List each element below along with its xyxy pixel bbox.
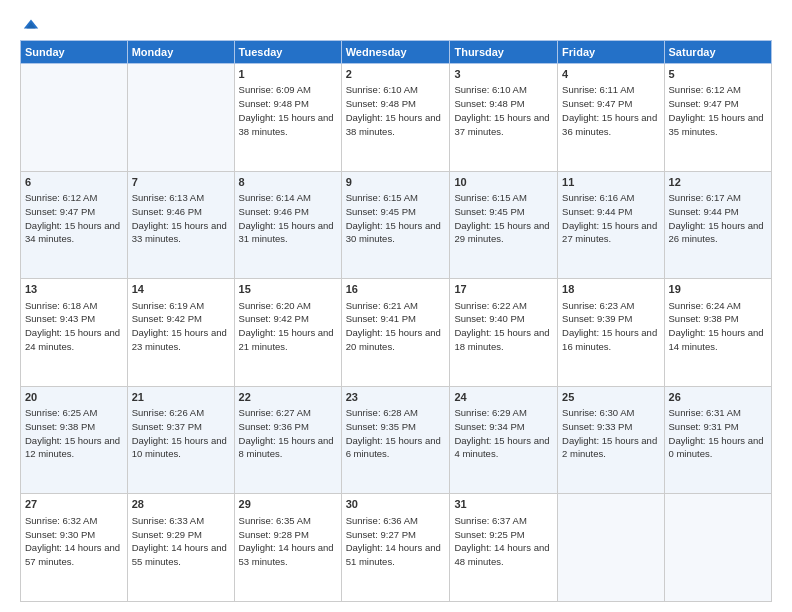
page: SundayMondayTuesdayWednesdayThursdayFrid… [0,0,792,612]
day-number: 17 [454,282,553,297]
day-number: 19 [669,282,767,297]
day-number: 28 [132,497,230,512]
weekday-header: Friday [558,41,664,64]
day-info: Sunrise: 6:27 AM Sunset: 9:36 PM Dayligh… [239,406,337,461]
calendar-cell: 5Sunrise: 6:12 AM Sunset: 9:47 PM Daylig… [664,64,771,172]
calendar-cell: 25Sunrise: 6:30 AM Sunset: 9:33 PM Dayli… [558,386,664,494]
calendar-cell: 4Sunrise: 6:11 AM Sunset: 9:47 PM Daylig… [558,64,664,172]
calendar-cell: 18Sunrise: 6:23 AM Sunset: 9:39 PM Dayli… [558,279,664,387]
logo-icon [22,16,40,34]
day-info: Sunrise: 6:26 AM Sunset: 9:37 PM Dayligh… [132,406,230,461]
day-number: 1 [239,67,337,82]
day-info: Sunrise: 6:37 AM Sunset: 9:25 PM Dayligh… [454,514,553,569]
calendar-cell: 22Sunrise: 6:27 AM Sunset: 9:36 PM Dayli… [234,386,341,494]
day-number: 8 [239,175,337,190]
day-info: Sunrise: 6:16 AM Sunset: 9:44 PM Dayligh… [562,191,659,246]
day-info: Sunrise: 6:29 AM Sunset: 9:34 PM Dayligh… [454,406,553,461]
calendar-cell: 26Sunrise: 6:31 AM Sunset: 9:31 PM Dayli… [664,386,771,494]
day-info: Sunrise: 6:28 AM Sunset: 9:35 PM Dayligh… [346,406,446,461]
day-number: 9 [346,175,446,190]
day-info: Sunrise: 6:12 AM Sunset: 9:47 PM Dayligh… [669,83,767,138]
day-number: 5 [669,67,767,82]
day-info: Sunrise: 6:23 AM Sunset: 9:39 PM Dayligh… [562,299,659,354]
day-info: Sunrise: 6:32 AM Sunset: 9:30 PM Dayligh… [25,514,123,569]
day-number: 20 [25,390,123,405]
calendar-cell: 31Sunrise: 6:37 AM Sunset: 9:25 PM Dayli… [450,494,558,602]
calendar-cell: 30Sunrise: 6:36 AM Sunset: 9:27 PM Dayli… [341,494,450,602]
calendar-cell: 7Sunrise: 6:13 AM Sunset: 9:46 PM Daylig… [127,171,234,279]
calendar-cell: 8Sunrise: 6:14 AM Sunset: 9:46 PM Daylig… [234,171,341,279]
calendar-cell: 29Sunrise: 6:35 AM Sunset: 9:28 PM Dayli… [234,494,341,602]
day-info: Sunrise: 6:19 AM Sunset: 9:42 PM Dayligh… [132,299,230,354]
calendar-table: SundayMondayTuesdayWednesdayThursdayFrid… [20,40,772,602]
day-info: Sunrise: 6:36 AM Sunset: 9:27 PM Dayligh… [346,514,446,569]
day-number: 4 [562,67,659,82]
day-number: 31 [454,497,553,512]
day-info: Sunrise: 6:35 AM Sunset: 9:28 PM Dayligh… [239,514,337,569]
calendar-cell: 6Sunrise: 6:12 AM Sunset: 9:47 PM Daylig… [21,171,128,279]
day-info: Sunrise: 6:15 AM Sunset: 9:45 PM Dayligh… [454,191,553,246]
calendar-cell: 3Sunrise: 6:10 AM Sunset: 9:48 PM Daylig… [450,64,558,172]
day-number: 23 [346,390,446,405]
weekday-header: Saturday [664,41,771,64]
day-info: Sunrise: 6:33 AM Sunset: 9:29 PM Dayligh… [132,514,230,569]
calendar-cell: 12Sunrise: 6:17 AM Sunset: 9:44 PM Dayli… [664,171,771,279]
weekday-header: Monday [127,41,234,64]
day-number: 26 [669,390,767,405]
day-number: 12 [669,175,767,190]
calendar-cell: 11Sunrise: 6:16 AM Sunset: 9:44 PM Dayli… [558,171,664,279]
day-number: 11 [562,175,659,190]
day-number: 27 [25,497,123,512]
weekday-header: Sunday [21,41,128,64]
day-number: 30 [346,497,446,512]
day-number: 13 [25,282,123,297]
day-info: Sunrise: 6:20 AM Sunset: 9:42 PM Dayligh… [239,299,337,354]
day-number: 29 [239,497,337,512]
day-info: Sunrise: 6:21 AM Sunset: 9:41 PM Dayligh… [346,299,446,354]
calendar-cell [664,494,771,602]
calendar-header-row: SundayMondayTuesdayWednesdayThursdayFrid… [21,41,772,64]
calendar-cell: 24Sunrise: 6:29 AM Sunset: 9:34 PM Dayli… [450,386,558,494]
calendar-cell [558,494,664,602]
calendar-cell: 9Sunrise: 6:15 AM Sunset: 9:45 PM Daylig… [341,171,450,279]
calendar-cell: 13Sunrise: 6:18 AM Sunset: 9:43 PM Dayli… [21,279,128,387]
day-info: Sunrise: 6:15 AM Sunset: 9:45 PM Dayligh… [346,191,446,246]
calendar-week-row: 20Sunrise: 6:25 AM Sunset: 9:38 PM Dayli… [21,386,772,494]
calendar-cell: 27Sunrise: 6:32 AM Sunset: 9:30 PM Dayli… [21,494,128,602]
day-info: Sunrise: 6:13 AM Sunset: 9:46 PM Dayligh… [132,191,230,246]
header [20,16,772,30]
calendar-week-row: 27Sunrise: 6:32 AM Sunset: 9:30 PM Dayli… [21,494,772,602]
calendar-week-row: 1Sunrise: 6:09 AM Sunset: 9:48 PM Daylig… [21,64,772,172]
calendar-cell: 1Sunrise: 6:09 AM Sunset: 9:48 PM Daylig… [234,64,341,172]
day-info: Sunrise: 6:12 AM Sunset: 9:47 PM Dayligh… [25,191,123,246]
calendar-cell: 2Sunrise: 6:10 AM Sunset: 9:48 PM Daylig… [341,64,450,172]
calendar-cell: 10Sunrise: 6:15 AM Sunset: 9:45 PM Dayli… [450,171,558,279]
day-info: Sunrise: 6:10 AM Sunset: 9:48 PM Dayligh… [346,83,446,138]
day-number: 16 [346,282,446,297]
day-number: 14 [132,282,230,297]
day-number: 21 [132,390,230,405]
day-info: Sunrise: 6:31 AM Sunset: 9:31 PM Dayligh… [669,406,767,461]
day-info: Sunrise: 6:11 AM Sunset: 9:47 PM Dayligh… [562,83,659,138]
day-info: Sunrise: 6:24 AM Sunset: 9:38 PM Dayligh… [669,299,767,354]
day-info: Sunrise: 6:22 AM Sunset: 9:40 PM Dayligh… [454,299,553,354]
day-info: Sunrise: 6:30 AM Sunset: 9:33 PM Dayligh… [562,406,659,461]
calendar-cell: 15Sunrise: 6:20 AM Sunset: 9:42 PM Dayli… [234,279,341,387]
calendar-cell [127,64,234,172]
weekday-header: Tuesday [234,41,341,64]
day-number: 24 [454,390,553,405]
day-number: 15 [239,282,337,297]
day-number: 25 [562,390,659,405]
day-info: Sunrise: 6:18 AM Sunset: 9:43 PM Dayligh… [25,299,123,354]
day-info: Sunrise: 6:25 AM Sunset: 9:38 PM Dayligh… [25,406,123,461]
day-info: Sunrise: 6:17 AM Sunset: 9:44 PM Dayligh… [669,191,767,246]
day-info: Sunrise: 6:09 AM Sunset: 9:48 PM Dayligh… [239,83,337,138]
calendar-cell: 16Sunrise: 6:21 AM Sunset: 9:41 PM Dayli… [341,279,450,387]
calendar-week-row: 6Sunrise: 6:12 AM Sunset: 9:47 PM Daylig… [21,171,772,279]
day-number: 2 [346,67,446,82]
day-number: 6 [25,175,123,190]
weekday-header: Thursday [450,41,558,64]
calendar-cell [21,64,128,172]
day-number: 3 [454,67,553,82]
day-info: Sunrise: 6:10 AM Sunset: 9:48 PM Dayligh… [454,83,553,138]
